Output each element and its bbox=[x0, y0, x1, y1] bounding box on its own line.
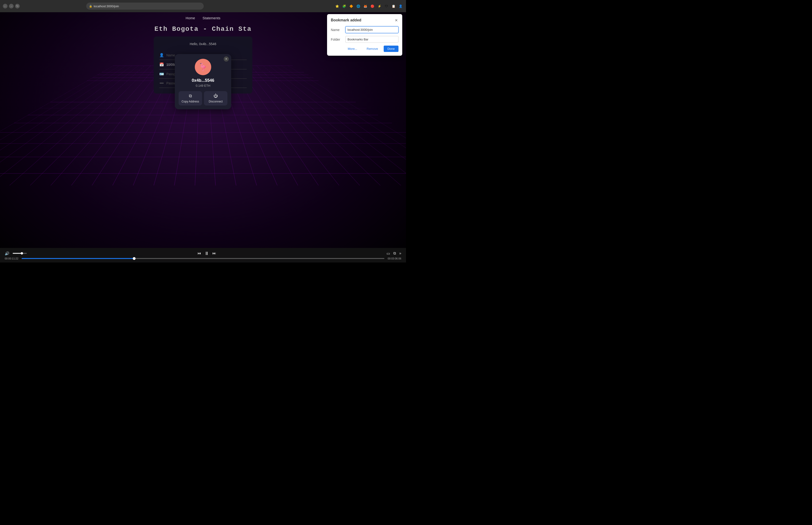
pause-button[interactable]: ⏸ bbox=[204, 251, 209, 256]
page-title: Eth Bogota - Chain Sta bbox=[154, 25, 251, 33]
wallet-popup-avatar: 🦩 bbox=[195, 59, 211, 75]
nav-home[interactable]: Home bbox=[186, 16, 195, 20]
browser-nav: ← → ↻ bbox=[3, 4, 20, 9]
bookmark-folder-row: Folder Bookmarks Bar bbox=[331, 36, 398, 43]
bookmark-close-button[interactable]: ✕ bbox=[394, 18, 398, 22]
passport-icon: 🪪 bbox=[159, 72, 164, 76]
rewind-button[interactable]: ⏮ bbox=[197, 251, 201, 255]
ext-icon-2[interactable]: 🧩 bbox=[342, 3, 347, 9]
bookmark-done-button[interactable]: Done bbox=[384, 46, 398, 52]
bookmark-title-row: Bookmark added ✕ bbox=[331, 18, 398, 22]
bookmark-folder-select[interactable]: Bookmarks Bar bbox=[346, 36, 398, 43]
bookmark-name-label: Name bbox=[331, 28, 342, 32]
form-hello: Hello, 0x4b...5546 bbox=[159, 42, 247, 46]
screen-button[interactable]: ▭ bbox=[386, 251, 390, 256]
bookmark-actions: More... Remove Done bbox=[331, 46, 398, 52]
wallet-popup-balance: 0.149 ETH bbox=[179, 84, 227, 87]
bookmark-name-input[interactable] bbox=[346, 26, 398, 33]
nav-statements[interactable]: Statements bbox=[202, 16, 220, 20]
wallet-popup-close[interactable]: ✕ bbox=[224, 56, 229, 62]
wallet-popup: ✕ 🦩 0x4b...5546 0.149 ETH ⧉ Copy Address… bbox=[175, 54, 231, 109]
progress-bar[interactable] bbox=[21, 258, 384, 259]
ext-icon-9[interactable]: 📋 bbox=[391, 3, 396, 9]
lock-icon: 🔒 bbox=[89, 5, 92, 8]
ext-icon-4[interactable]: 🌐 bbox=[356, 3, 361, 9]
progress-bar-fill bbox=[21, 258, 134, 259]
wallet-popup-address: 0x4b...5546 bbox=[179, 78, 227, 83]
bookmark-folder-label: Folder bbox=[331, 38, 342, 41]
address-bar[interactable]: 🔒 localhost:3000/join bbox=[86, 3, 204, 10]
disconnect-button[interactable]: ⏻ Disconnect bbox=[204, 91, 227, 106]
volume-bar[interactable] bbox=[13, 253, 27, 254]
total-time: 00:03:06:06 bbox=[388, 257, 401, 260]
pip-button[interactable]: ⧉ bbox=[393, 251, 396, 255]
copy-address-label: Copy Address bbox=[182, 100, 199, 103]
ext-icon-3[interactable]: 🔶 bbox=[349, 3, 354, 9]
ext-icon-6[interactable]: 🔴 bbox=[370, 3, 375, 9]
flamingo-icon: 🦩 bbox=[198, 62, 208, 72]
user-icon: 👤 bbox=[159, 53, 164, 57]
wallet-popup-actions: ⧉ Copy Address ⏻ Disconnect bbox=[179, 91, 227, 106]
bookmark-popup: Bookmark added ✕ Name Folder Bookmarks B… bbox=[327, 14, 402, 56]
main-nav: Home Statements bbox=[186, 16, 220, 20]
volume-thumb bbox=[21, 252, 23, 255]
password-icon: ••• bbox=[159, 81, 164, 85]
ext-icon-8[interactable]: 🛡 bbox=[384, 3, 389, 9]
bookmark-remove-button[interactable]: Remove bbox=[363, 46, 382, 52]
url-text: localhost:3000/join bbox=[94, 4, 119, 8]
bookmark-more-button[interactable]: More... bbox=[344, 46, 361, 52]
bookmark-name-row: Name bbox=[331, 26, 398, 33]
copy-icon: ⧉ bbox=[189, 93, 192, 99]
current-time: 00:00:11:22 bbox=[5, 257, 18, 260]
refresh-button[interactable]: ↻ bbox=[15, 4, 20, 9]
back-button[interactable]: ← bbox=[3, 4, 7, 9]
browser-extensions: ⭐ 🧩 🔶 🌐 🦊 🔴 ⚡ 🛡 📋 👤 bbox=[335, 3, 403, 9]
ext-icon-10[interactable]: 👤 bbox=[398, 3, 403, 9]
ext-icon-5[interactable]: 🦊 bbox=[363, 3, 368, 9]
forward-button[interactable]: → bbox=[9, 4, 14, 9]
browser-chrome: ← → ↻ 🔒 localhost:3000/join ⭐ 🧩 🔶 🌐 🦊 🔴 … bbox=[0, 0, 406, 12]
volume-button[interactable]: 🔊 bbox=[5, 251, 10, 256]
progress-thumb bbox=[133, 257, 136, 260]
disconnect-icon: ⏻ bbox=[214, 93, 218, 99]
bookmark-title: Bookmark added bbox=[331, 18, 361, 22]
progress-row: 00:00:11:22 00:03:06:06 bbox=[5, 257, 401, 260]
video-controls: 🔊 ⏮ ⏸ ⏭ ▭ ⧉ » 00:00:11:22 00:03:06:06 bbox=[0, 248, 406, 262]
fastforward-button[interactable]: ⏭ bbox=[212, 251, 216, 255]
more-button[interactable]: » bbox=[399, 251, 401, 255]
calendar-icon: 📅 bbox=[159, 62, 164, 67]
ext-icon-7[interactable]: ⚡ bbox=[377, 3, 382, 9]
copy-address-button[interactable]: ⧉ Copy Address bbox=[179, 91, 202, 106]
ext-icon-1[interactable]: ⭐ bbox=[335, 3, 340, 9]
controls-row: 🔊 ⏮ ⏸ ⏭ ▭ ⧉ » bbox=[5, 251, 401, 256]
disconnect-label: Disconnect bbox=[209, 100, 223, 103]
